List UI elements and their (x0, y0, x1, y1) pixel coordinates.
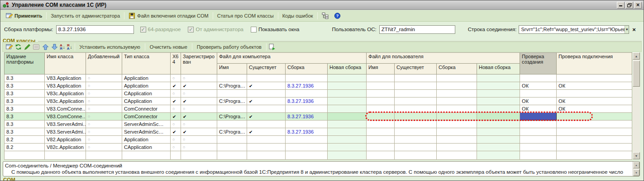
edit-button[interactable] (23, 43, 31, 51)
table-row[interactable]: 8.3V83.ComConne…○ComConnector○○ОКОК (5, 105, 632, 113)
cell-registered[interactable]: ○ (181, 121, 217, 128)
cell-registered[interactable]: ✔ (181, 82, 217, 90)
cell-cb[interactable] (286, 121, 328, 128)
table-row[interactable]: 8.3V83.Application○Application○○ (5, 74, 632, 82)
connection-string-combo[interactable]: Srvr="1c";Ref="wupp_test_yuriev";Usr="Юр… (519, 25, 629, 34)
cell-added[interactable]: ○ (86, 113, 122, 121)
cell-registered[interactable]: ○ (181, 74, 217, 82)
sort-descending-button[interactable]: Я А ↓ (67, 44, 72, 50)
cell-type[interactable]: Application (122, 74, 171, 82)
column-header-comp-new-build[interactable]: Новая сборка (328, 64, 367, 74)
cell-cnb[interactable] (328, 113, 367, 121)
cell-added[interactable]: ○ (86, 105, 122, 113)
cell-x64[interactable]: ○ (171, 136, 181, 144)
cell-ue[interactable] (395, 136, 437, 144)
cell-registered[interactable]: ○ (181, 136, 217, 144)
scroll-down-button[interactable]: ▼ (633, 152, 640, 159)
cell-cnb[interactable] (328, 97, 367, 105)
cell-name[interactable]: V83.Application (45, 74, 86, 82)
close-button[interactable]: × (634, 2, 642, 9)
cell-unb[interactable] (477, 113, 520, 121)
cell-ce[interactable] (247, 136, 286, 144)
cell-ce[interactable]: ✔ (247, 82, 286, 90)
cell-type[interactable]: ServerAdminSc… (122, 121, 171, 128)
cell-un[interactable] (367, 113, 395, 121)
cell-x64[interactable]: ○ (171, 74, 181, 82)
description-scrollbar[interactable]: ▲ ▼ (633, 162, 639, 176)
minimize-button[interactable] (617, 2, 625, 9)
cell-unb[interactable] (477, 121, 520, 128)
cell-cb[interactable]: 8.3.27.1936 (286, 113, 328, 121)
cell-ub[interactable] (437, 136, 477, 144)
cell-type[interactable]: CApplication (122, 97, 171, 105)
cell-ue[interactable] (395, 90, 437, 97)
column-header-check-create[interactable]: Проверка создания (520, 53, 557, 74)
cell-ub[interactable] (437, 113, 477, 121)
move-up-button[interactable] (41, 43, 49, 51)
cell-cp[interactable] (557, 121, 632, 128)
cell-registered[interactable]: ✔ (181, 128, 217, 136)
cell-ue[interactable] (395, 105, 437, 113)
column-header-added[interactable]: Добавленный (86, 53, 122, 74)
cell-edition[interactable]: 8.3 (5, 113, 45, 121)
cell-cc[interactable] (520, 121, 557, 128)
cell-cc[interactable] (520, 113, 557, 121)
cell-un[interactable] (367, 136, 395, 144)
cell-unb[interactable] (477, 90, 520, 97)
cell-registered[interactable]: ○ (181, 105, 217, 113)
cell-added[interactable]: ○ (86, 136, 122, 144)
cell-un[interactable] (367, 97, 395, 105)
cell-added[interactable]: ○ (86, 97, 122, 105)
tree-button[interactable] (319, 11, 331, 20)
cell-un[interactable] (367, 105, 395, 113)
cell-cn[interactable] (217, 144, 247, 151)
table-row[interactable]: 8.2V82.Application○Application○○ (5, 136, 632, 144)
cell-cc[interactable] (520, 90, 557, 97)
cell-ce[interactable] (247, 144, 286, 151)
cell-ue[interactable] (395, 74, 437, 82)
cell-cc[interactable]: ОК (520, 105, 557, 113)
cell-ue[interactable] (395, 82, 437, 90)
column-header-registered[interactable]: Зарегистрирован (181, 53, 217, 74)
description-scroll-down-button[interactable]: ▼ (633, 169, 639, 176)
cell-type[interactable]: CApplication (122, 90, 171, 97)
column-header-class-name[interactable]: Имя класса (45, 53, 86, 74)
cell-added[interactable]: ○ (86, 121, 122, 128)
cell-cc[interactable]: ОК (520, 97, 557, 105)
refresh-button[interactable] (14, 43, 22, 51)
platform-build-input[interactable] (56, 25, 134, 34)
checkbox-from-admin[interactable]: ✓ От администратора (188, 27, 243, 32)
cell-x64[interactable]: ○ (171, 144, 181, 151)
cell-x64[interactable]: ○ (171, 105, 181, 113)
cell-type[interactable]: Application (122, 136, 171, 144)
cell-ub[interactable] (437, 82, 477, 90)
cell-added[interactable]: ○ (86, 144, 122, 151)
cell-unb[interactable] (477, 136, 520, 144)
os-user-input[interactable] (379, 25, 455, 34)
table-row[interactable]: 8.3V83c.Application○CApplication○○ (5, 90, 632, 97)
cell-unb[interactable] (477, 74, 520, 82)
cell-cb[interactable] (286, 105, 328, 113)
cell-ce[interactable]: ✔ (247, 97, 286, 105)
cell-cnb[interactable] (328, 105, 367, 113)
column-header-class-type[interactable]: Тип класса (122, 53, 171, 74)
checkbox-show-windows[interactable]: Показывать окна (251, 27, 300, 32)
cell-edition[interactable]: 8.3 (5, 82, 45, 90)
column-header-comp-name[interactable]: Имя (217, 64, 247, 74)
cell-edition[interactable]: 8.3 (5, 74, 45, 82)
cell-x64[interactable]: ✔ (171, 97, 181, 105)
article-button[interactable]: Статья про COM классы (215, 12, 277, 20)
cell-cb[interactable] (286, 90, 328, 97)
cell-type[interactable]: ComConnector (122, 105, 171, 113)
apply-button[interactable]: Применить (3, 11, 45, 20)
table-row[interactable]: 8.3V83.ServerAdmi…○ServerAdminSc…✔✔C:\Pr… (5, 128, 632, 136)
cell-name[interactable]: V83.ServerAdmi… (45, 128, 86, 136)
cell-name[interactable]: V83c.Application (45, 90, 86, 97)
cell-ue[interactable] (395, 121, 437, 128)
scrollbar-thumb[interactable] (633, 60, 640, 87)
cell-edition[interactable]: 8.3 (5, 97, 45, 105)
cell-ce[interactable]: ✔ (247, 128, 286, 136)
cell-name[interactable]: V83.ComConne… (45, 113, 86, 121)
cell-ue[interactable] (395, 144, 437, 151)
clear-connection-button[interactable]: × (630, 26, 637, 33)
